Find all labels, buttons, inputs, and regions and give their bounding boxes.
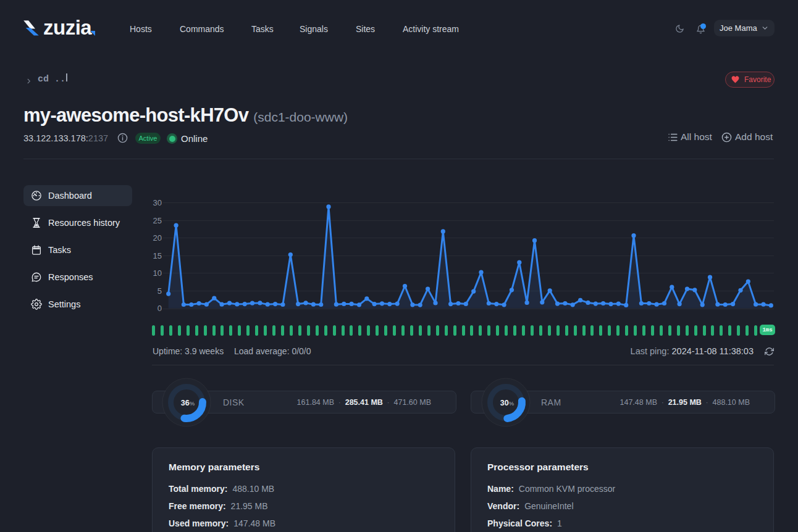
svg-text:30%: 30% bbox=[500, 399, 514, 407]
svg-text:36%: 36% bbox=[180, 399, 195, 407]
